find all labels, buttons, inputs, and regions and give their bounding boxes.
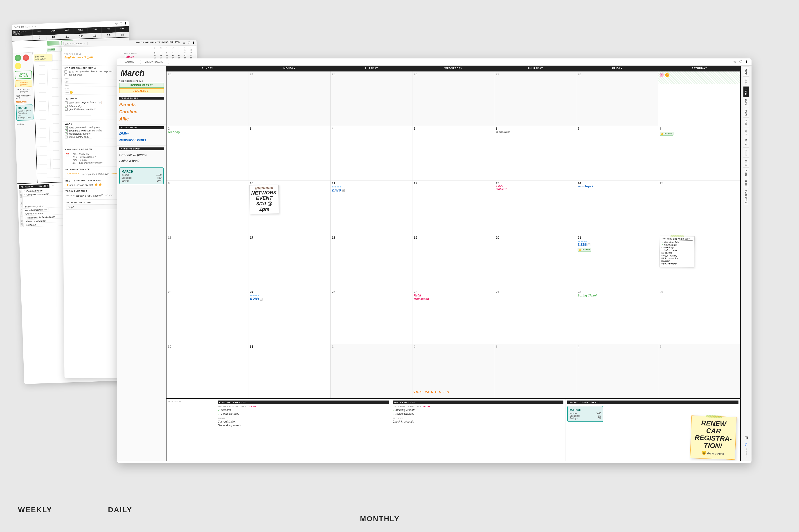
renew-car-sticky: RENEW CAR REGISTRA- TION! 😊 (before Apri… bbox=[690, 416, 737, 460]
side-tab-mar[interactable]: MAR bbox=[743, 86, 749, 97]
pay-day-badge-1: 💰 PAY DAY bbox=[660, 131, 739, 135]
spring-clean-event: Spring Clean! bbox=[578, 294, 657, 297]
monthly-week-1: 23 24 25 26 27 bbox=[166, 72, 740, 126]
cell-mar6: 6 docs@11am bbox=[494, 126, 576, 180]
planner-container: BACK TO MONTH → ☆ ♡ ⬆ THIS WEEK'S FOCUS … bbox=[0, 0, 799, 532]
cell-apr1: 1 bbox=[330, 344, 413, 398]
share-icon: ⬆ bbox=[124, 22, 127, 25]
cell-mar30: 30 bbox=[166, 344, 249, 398]
monthly-week-4: 16 17 18 19 20 bbox=[166, 235, 740, 289]
refill-medication-event: RefillMedication bbox=[414, 294, 493, 301]
bottom-date-col: DUE DATES bbox=[166, 399, 216, 461]
monthly-star-icon: ☆ bbox=[733, 60, 737, 64]
side-tab-aug[interactable]: AUG bbox=[743, 137, 749, 148]
cell-mar26: 26 RefillMedication bbox=[413, 289, 494, 343]
side-tab-quarters[interactable]: QUARTERS bbox=[744, 188, 748, 205]
monthly-right-planner-label: PLANNER bbox=[745, 449, 747, 458]
monthly-days-header: SUNDAY MONDAY TUESDAY WEDNESDAY THURSDAY… bbox=[166, 65, 740, 72]
cell-mar4: 4 bbox=[330, 126, 413, 180]
cell-mar10: 10 NETWORK EVENT 3/10 @ 1pm bbox=[249, 180, 330, 235]
cell-mar29: 29 bbox=[658, 289, 740, 343]
grocery-list-sticky: GROCERY SHOPPING LIST ✓dark chocolate ✓g… bbox=[659, 236, 695, 268]
allies-birthday-event: Allie'sBirthday! bbox=[496, 185, 575, 190]
cell-feb23: 23 bbox=[166, 72, 249, 126]
monthly-focus-badge-1: SPRING CLEAN! bbox=[119, 83, 164, 88]
side-tab-jan[interactable]: JAN bbox=[743, 66, 749, 76]
monthly-month-title: March bbox=[117, 65, 166, 79]
cell-mar18: 18 bbox=[330, 235, 413, 289]
cell-mar7: 7 bbox=[576, 126, 658, 180]
cell-mar25: 25 bbox=[330, 289, 413, 343]
side-tab-feb[interactable]: FEB bbox=[743, 76, 749, 86]
monthly-bottom-section: DUE DATES PERSONAL PROJECTS TOP PRIORITY… bbox=[166, 398, 740, 461]
monthly-header-wed: WEDNESDAY bbox=[413, 65, 494, 71]
weekly-day-monday: MON bbox=[46, 28, 60, 35]
monthly-focus-box: THIS MONTH'S FOCUS SPRING CLEAN! PROJECT… bbox=[119, 80, 164, 93]
weekly-day-saturday: SAT bbox=[115, 26, 129, 32]
weekly-daynum-12: 12 bbox=[74, 34, 88, 39]
cell-mar5: 5 bbox=[413, 126, 494, 180]
weekly-daynum-11: 11 bbox=[60, 34, 74, 39]
side-tab-may[interactable]: MAY bbox=[743, 107, 749, 117]
renew-car-tape bbox=[706, 415, 722, 418]
daily-focus-value: English class & gym bbox=[65, 55, 106, 59]
weekly-day-sunday: SUN bbox=[32, 29, 46, 35]
meal-prep-label: Meal prep! bbox=[16, 100, 33, 103]
monthly-week-3: 9 10 NETWORK EVENT 3/10 @ 1pm 11 bbox=[166, 180, 740, 235]
work-project-event: Work Project bbox=[578, 185, 657, 188]
weekly-back-btn[interactable]: BACK TO MONTH → bbox=[14, 25, 36, 28]
cell-mar3: 3 bbox=[249, 126, 330, 180]
monthly-share-icon: ⬆ bbox=[745, 60, 748, 64]
side-tab-oct[interactable]: OCT bbox=[743, 157, 749, 168]
cell-apr4: 4 bbox=[576, 344, 658, 398]
network-event-sticky: NETWORK EVENT 3/10 @ 1pm bbox=[249, 185, 279, 214]
monthly-roadmap-btn[interactable]: ROADMAP → bbox=[121, 60, 141, 64]
monthly-right-sections-icon: ⊞ bbox=[745, 435, 748, 440]
daily-back-btn[interactable]: BACK TO WEEK → bbox=[63, 42, 88, 45]
planning-session-badge: Planning session! bbox=[15, 80, 32, 88]
side-tab-nov[interactable]: NOV bbox=[743, 168, 749, 178]
march-budget-box: MARCH Income: 2,030 Spending: TBD Saving… bbox=[16, 104, 34, 121]
cell-mar24: 24 4.289 ⊞ bbox=[249, 289, 330, 343]
cell-mar9: 9 bbox=[166, 180, 249, 235]
free-space-note-1: 7/8 — Essay due bbox=[72, 153, 102, 155]
best-thing-text: got a 87% on my test! bbox=[70, 184, 93, 186]
monthly-people-names: Parents Caroline Allie bbox=[119, 101, 164, 122]
side-tab-dec[interactable]: DEC bbox=[743, 178, 749, 188]
floral-decoration-cell1 bbox=[658, 72, 740, 84]
side-tab-sep[interactable]: SEP bbox=[743, 148, 749, 157]
free-space-note-3: 7/20 — Finals! bbox=[72, 158, 102, 161]
side-tab-jun[interactable]: JUN bbox=[743, 117, 749, 127]
monthly-budget-box: MARCH Income:2,030 Spending:TBD Savings:… bbox=[119, 168, 164, 184]
weekly-day-friday: FRI bbox=[101, 27, 115, 33]
bonus-label: BONUS bbox=[20, 216, 24, 227]
cell-mar21: 21 3.365 ⊞ bbox=[576, 235, 658, 289]
label-daily: DAILY bbox=[108, 506, 132, 514]
monthly-header-thu: THURSDAY bbox=[494, 65, 576, 71]
cell-mar13: 13 Allie'sBirthday! bbox=[494, 180, 576, 235]
weekly-day-wednesday: WED bbox=[74, 27, 88, 34]
side-tab-apr[interactable]: APR bbox=[743, 97, 749, 107]
cell-mar22: 22 GROCERY SHOPPING LIST ✓dark chocolate… bbox=[658, 235, 740, 289]
monthly-header-sat: SATURDAY bbox=[658, 65, 740, 71]
daily-date-group: TODAY'S DATE Feb 24 bbox=[108, 52, 150, 59]
weekly-floral-mon bbox=[47, 41, 59, 45]
cell-mar19: 19 bbox=[413, 235, 494, 289]
bottom-work-col: WORK PROJECTS TOP PRIORITY PROJECT: PROJ… bbox=[391, 399, 566, 461]
work-project2-item-1: Check-in w/ leads bbox=[393, 420, 564, 423]
side-tab-jul[interactable]: JUL bbox=[743, 127, 749, 137]
flower-icon-1: 🌸 bbox=[659, 72, 664, 77]
weekly-daynum-14: 14 bbox=[102, 33, 115, 38]
monthly-vision-btn[interactable]: VISION BOARD → bbox=[143, 60, 169, 64]
top-priority-label: TOP PRIORITY bbox=[19, 189, 23, 205]
monthly-right-sidebar: JAN FEB MAR APR MAY JUN JUL AUG SEP OCT … bbox=[740, 65, 751, 461]
cell-mar15: 15 bbox=[658, 180, 740, 235]
monthly-people-section: PEOPLE TO SEE Parents Caroline Allie bbox=[117, 95, 166, 124]
monthly-places-section: PLACES TO GO DMV~ Network Events bbox=[117, 124, 166, 146]
bedtime-note: bedtime bbox=[17, 122, 34, 126]
spring-forward-box: SpringForward bbox=[15, 71, 32, 79]
bottom-personal-col: PERSONAL PROJECTS TOP PRIORITY PROJECT: … bbox=[216, 399, 391, 461]
cell-mar31: 31 bbox=[249, 344, 330, 398]
finish-reading-note: finish reading my book bbox=[16, 94, 33, 99]
monthly-header-mon: MONDAY bbox=[249, 65, 330, 71]
